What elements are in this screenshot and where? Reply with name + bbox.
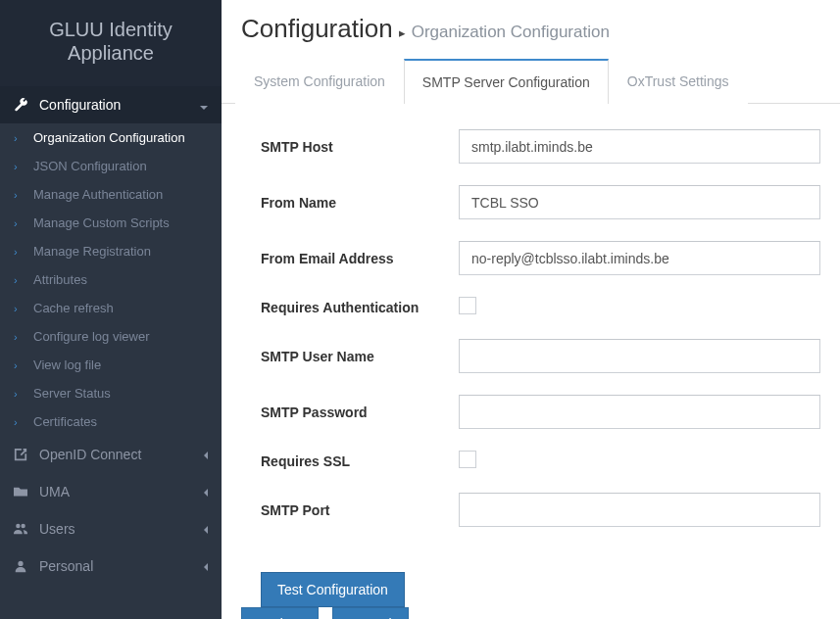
main-content: Configuration ▸ Organization Configurati… (222, 0, 840, 619)
sidebar: GLUU Identity Appliance Configuration ›O… (0, 0, 222, 619)
page-title: Configuration (241, 14, 393, 44)
nav-configuration[interactable]: Configuration (0, 86, 222, 123)
chevron-left-icon (204, 558, 208, 574)
tab-oxtrust[interactable]: OxTrust Settings (609, 59, 748, 104)
sidebar-item-custom-scripts[interactable]: ›Manage Custom Scripts (0, 209, 222, 237)
user-icon (14, 559, 27, 573)
nav-openid[interactable]: OpenID Connect (0, 436, 222, 473)
sidebar-item-org-config[interactable]: ›Organization Configuration (0, 123, 222, 152)
from-name-input[interactable] (459, 185, 820, 219)
page-header: Configuration ▸ Organization Configurati… (222, 0, 840, 52)
from-email-input[interactable] (459, 241, 820, 275)
brand-line1: GLUU Identity (10, 18, 212, 41)
smtp-form: SMTP Host From Name From Email Address R… (222, 104, 840, 568)
sidebar-item-manage-auth[interactable]: ›Manage Authentication (0, 180, 222, 209)
brand-logo: GLUU Identity Appliance (0, 0, 222, 86)
from-email-label: From Email Address (261, 251, 459, 266)
sidebar-item-attributes[interactable]: ›Attributes (0, 265, 222, 294)
req-auth-label: Requires Authentication (261, 300, 459, 315)
sidebar-item-certificates[interactable]: ›Certificates (0, 407, 222, 436)
smtp-port-input[interactable] (459, 493, 820, 527)
smtp-port-label: SMTP Port (261, 502, 459, 518)
tab-system-config[interactable]: System Configuration (235, 59, 404, 104)
brand-line2: Appliance (10, 41, 212, 65)
users-icon (14, 522, 27, 536)
chevron-down-icon (200, 97, 208, 113)
breadcrumb-separator: ▸ (399, 25, 406, 40)
test-configuration-button[interactable]: Test Configuration (261, 572, 405, 607)
tabs: System Configuration SMTP Server Configu… (222, 58, 840, 104)
cancel-button[interactable]: Cancel (332, 607, 409, 619)
smtp-user-label: SMTP User Name (261, 349, 459, 364)
from-name-label: From Name (261, 195, 459, 211)
sidebar-item-json-config[interactable]: ›JSON Configuration (0, 152, 222, 180)
nav-uma[interactable]: UMA (0, 473, 222, 510)
chevron-left-icon (204, 447, 208, 462)
breadcrumb: Organization Configuration (412, 23, 610, 42)
sidebar-item-log-viewer[interactable]: ›Configure log viewer (0, 322, 222, 351)
smtp-host-label: SMTP Host (261, 139, 459, 155)
nav-users[interactable]: Users (0, 510, 222, 548)
action-buttons: Update Cancel (222, 607, 840, 619)
nav-configuration-label: Configuration (39, 97, 121, 113)
tab-smtp-config[interactable]: SMTP Server Configuration (404, 59, 609, 104)
smtp-host-input[interactable] (459, 129, 820, 164)
nav-personal[interactable]: Personal (0, 548, 222, 585)
sidebar-item-manage-registration[interactable]: ›Manage Registration (0, 237, 222, 265)
sidebar-item-view-log[interactable]: ›View log file (0, 351, 222, 379)
update-button[interactable]: Update (241, 607, 319, 619)
external-link-icon (14, 448, 27, 461)
chevron-left-icon (204, 484, 208, 500)
sidebar-item-server-status[interactable]: ›Server Status (0, 379, 222, 407)
smtp-user-input[interactable] (459, 339, 820, 373)
smtp-pass-input[interactable] (459, 395, 820, 429)
sidebar-item-cache-refresh[interactable]: ›Cache refresh (0, 294, 222, 322)
folder-icon (14, 485, 27, 499)
req-auth-checkbox[interactable] (459, 297, 476, 314)
smtp-pass-label: SMTP Password (261, 405, 459, 420)
chevron-left-icon (204, 521, 208, 537)
req-ssl-checkbox[interactable] (459, 451, 476, 468)
wrench-icon (14, 98, 27, 112)
req-ssl-label: Requires SSL (261, 453, 459, 469)
